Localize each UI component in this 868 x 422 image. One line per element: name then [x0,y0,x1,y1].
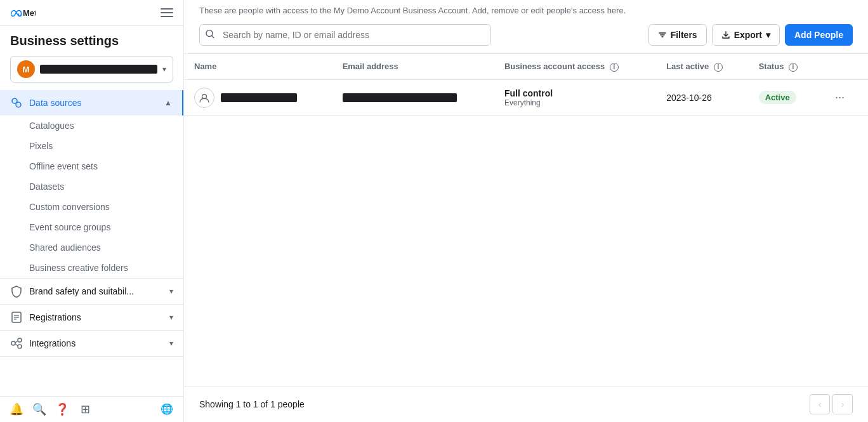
chevron-down-icon: ▾ [169,287,173,296]
chevron-down-icon: ▾ [169,313,173,322]
export-button[interactable]: Export ▾ [712,24,780,46]
cell-name [184,79,332,115]
account-selector[interactable]: M ▾ [10,56,173,82]
col-header-access: Business account access i [494,54,656,79]
global-icon: 🌐 [161,404,173,414]
status-info-icon[interactable]: i [789,63,798,72]
sidebar-footer: 🔔 🔍 ❓ ⊞ 🌐 [0,396,183,422]
toolbar-right: Filters Export ▾ Add People [648,24,853,46]
svg-text:Meta: Meta [23,8,36,18]
search-icon[interactable]: 🔍 [33,403,46,416]
cell-status: Active [749,79,820,115]
nav-section-brand-safety: Brand safety and suitabil... ▾ [0,279,183,305]
notifications-bell-icon[interactable]: 🔔 [10,403,23,416]
svg-point-9 [18,345,22,348]
export-chevron-icon: ▾ [766,30,770,40]
table-footer: Showing 1 to 1 of 1 people ‹ › [184,386,868,422]
content-toolbar: Filters Export ▾ Add People [199,24,853,46]
sidebar-item-data-sources[interactable]: Data sources ▲ [0,90,183,115]
sidebar-item-label-brand-safety: Brand safety and suitabil... [29,286,163,296]
col-header-actions [820,54,868,79]
cell-last-active: 2023-10-26 [656,79,749,115]
sidebar-item-catalogues[interactable]: Catalogues [0,115,183,136]
nav-section-data-sources: Data sources ▲ Catalogues Pixels Offline… [0,90,183,279]
chevron-down-icon: ▾ [162,65,166,74]
content-header: These are people with access to the My D… [184,0,868,54]
access-info-icon[interactable]: i [610,63,619,72]
cell-access: Full control Everything [494,79,656,115]
main-content: These are people with access to the My D… [184,0,868,422]
table-row: Full control Everything 2023-10-26 Activ… [184,79,868,115]
page-title: Business settings [0,26,183,53]
meta-logo-svg: Meta [10,8,36,18]
col-header-email: Email address [332,54,494,79]
name-cell [194,88,322,108]
sidebar-item-offline-event-sets[interactable]: Offline event sets [0,156,183,176]
cell-actions: ··· [820,79,868,115]
svg-line-11 [15,344,18,346]
search-input[interactable] [199,24,491,46]
more-options-button[interactable]: ··· [830,88,850,107]
data-sources-icon [10,96,23,109]
svg-line-13 [212,36,214,38]
layout-icon[interactable]: ⊞ [79,403,91,416]
svg-point-8 [18,338,22,342]
sidebar-item-brand-safety[interactable]: Brand safety and suitabil... ▾ [0,279,183,304]
sidebar-item-label-registrations: Registrations [29,312,163,322]
search-box [199,24,491,46]
help-icon[interactable]: ❓ [56,403,69,416]
registrations-icon [10,311,23,324]
table-header-row: Name Email address Business account acce… [184,54,868,79]
col-header-last-active: Last active i [656,54,749,79]
sidebar-item-registrations[interactable]: Registrations ▾ [0,305,183,330]
pagination-info: Showing 1 to 1 of 1 people [199,399,305,409]
chevron-down-icon: ▾ [169,339,173,348]
footer-icons: 🔔 🔍 ❓ ⊞ [10,403,91,416]
last-active-info-icon[interactable]: i [714,63,723,72]
svg-line-10 [15,341,18,343]
main-inner: These are people with access to the My D… [184,0,868,422]
people-table: Name Email address Business account acce… [184,54,868,116]
hamburger-menu[interactable] [161,8,173,17]
brand-safety-icon [10,285,23,298]
sidebar-item-event-source-groups[interactable]: Event source groups [0,217,183,237]
meta-logo: Meta [10,8,36,18]
email-redacted [343,93,457,102]
avatar: M [17,60,35,78]
sidebar-item-shared-audiences[interactable]: Shared audiences [0,237,183,258]
filters-icon [658,30,667,39]
pagination-next-button[interactable]: › [832,394,853,414]
sidebar-item-custom-conversions[interactable]: Custom conversions [0,197,183,217]
sidebar: Meta Business settings M ▾ Data sources … [0,0,184,422]
sidebar-item-integrations[interactable]: Integrations ▾ [0,331,183,356]
pagination-buttons: ‹ › [810,394,853,414]
status-badge: Active [759,91,796,104]
add-people-button[interactable]: Add People [785,24,853,46]
content-description: These are people with access to the My D… [199,5,853,16]
sidebar-item-pixels[interactable]: Pixels [0,136,183,156]
sidebar-item-label-integrations: Integrations [29,338,163,348]
name-redacted [221,93,297,102]
sidebar-item-business-creative-folders[interactable]: Business creative folders [0,258,183,278]
nav-section-registrations: Registrations ▾ [0,305,183,331]
integrations-icon [10,337,23,350]
cell-email [332,79,494,115]
sidebar-item-datasets[interactable]: Datasets [0,176,183,197]
table-wrap: Name Email address Business account acce… [184,54,868,386]
pagination-prev-button[interactable]: ‹ [810,394,830,414]
search-icon [206,30,214,41]
filters-button[interactable]: Filters [648,24,707,46]
account-name [40,65,157,74]
sidebar-item-label-data-sources: Data sources [29,98,158,108]
export-icon [721,30,730,39]
col-header-name: Name [184,54,332,79]
svg-point-7 [11,341,15,345]
svg-point-2 [16,102,21,107]
person-avatar-icon [194,88,214,108]
chevron-up-icon: ▲ [164,98,172,107]
col-header-status: Status i [749,54,820,79]
nav-section-integrations: Integrations ▾ [0,331,183,357]
sidebar-nav: Data sources ▲ Catalogues Pixels Offline… [0,90,183,396]
sidebar-header: Meta [0,0,183,26]
